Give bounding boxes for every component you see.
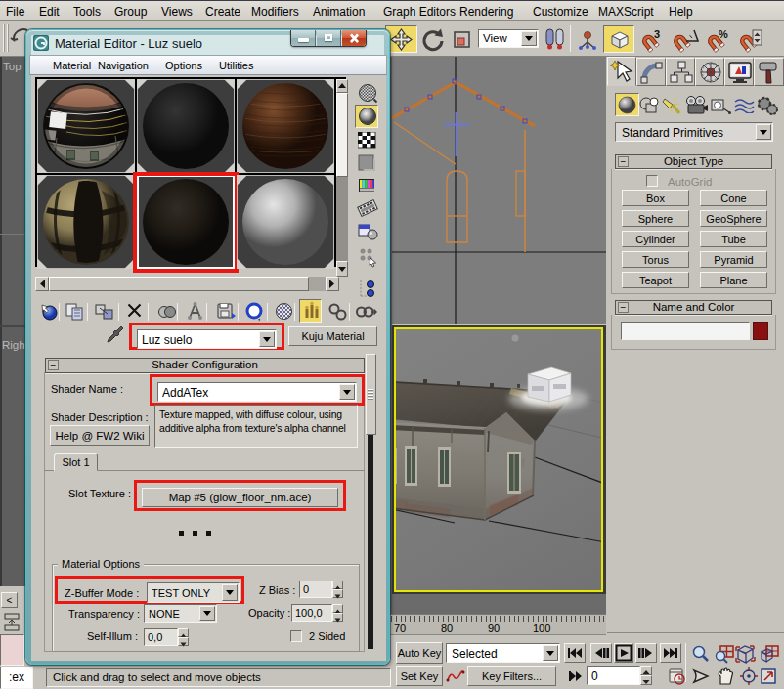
svg-text:3: 3 [654, 28, 660, 40]
svg-text:,: , [258, 313, 260, 322]
svg-text:%: % [719, 28, 728, 40]
